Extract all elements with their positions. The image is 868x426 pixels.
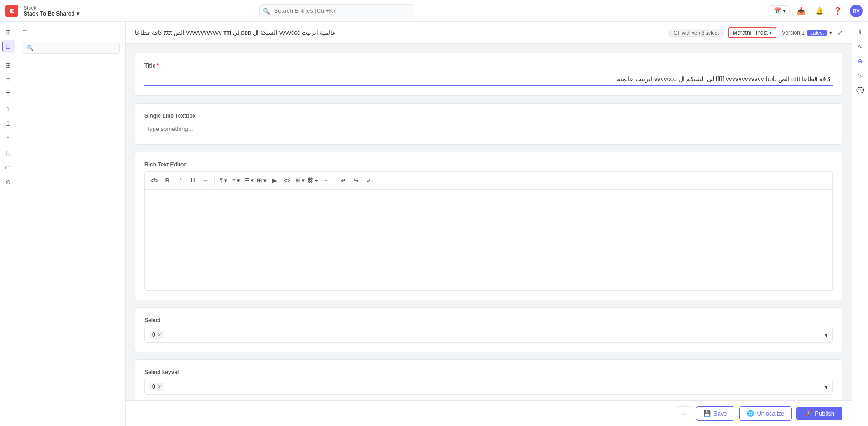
rte-embed-btn[interactable]: <> — [281, 175, 293, 187]
select-tag-remove-btn[interactable]: ✕ — [157, 332, 161, 338]
sidebar-item-upload[interactable]: ↑ — [2, 132, 15, 145]
sidebar-item-tags[interactable]: ⊘ — [2, 176, 15, 188]
rte-bold-btn[interactable]: B — [161, 175, 173, 187]
select-card: Select 0 ✕ ▾ — [135, 307, 842, 352]
select-keyval-card: Select keyval 0 ✕ ▾ — [135, 359, 842, 400]
content-area: عالمية اترنيت vvvvccc الشبكة ال bbb لى v… — [126, 22, 852, 426]
rte-card: Rich Text Editor </> B I U ··· ¶ ▾ ≡ ▾ ☰… — [135, 152, 842, 300]
stack-label: Stack — [24, 5, 79, 10]
chat-panel-btn[interactable]: 💬 — [854, 84, 867, 97]
locale-chevron-icon: ▾ — [770, 30, 772, 35]
bottom-bar: ··· 💾 Save 🌐 Unlocalize 🚀 Publish — [126, 400, 852, 426]
unlocalize-button[interactable]: 🌐 Unlocalize — [739, 406, 792, 421]
publish-button[interactable]: 🚀 Publish — [796, 407, 842, 420]
info-panel-btn[interactable]: ℹ — [854, 26, 867, 38]
search-container: 🔍 — [259, 4, 414, 17]
preview-panel-btn[interactable]: ▷ — [854, 69, 867, 82]
select-chevron-icon: ▾ — [825, 332, 828, 338]
nav-search-input[interactable]: 🔍 — [22, 42, 120, 54]
entry-header-right: CT with ven 6 select Marathi - India ▾ V… — [669, 27, 842, 38]
rte-list-btn[interactable]: ☰ ▾ — [243, 175, 255, 187]
version-chevron-icon[interactable]: ▾ — [829, 30, 832, 36]
publish-icon: 🚀 — [805, 410, 812, 417]
title-field-card: Title — [135, 53, 842, 96]
rte-undo-btn[interactable]: ↩ — [337, 175, 349, 187]
rte-italic-btn[interactable]: I — [174, 175, 186, 187]
rte-link-btn[interactable]: ⛓ ▾ — [307, 175, 318, 187]
app-logo — [5, 5, 18, 17]
locale-selector[interactable]: Marathi - India ▾ — [728, 27, 776, 38]
inbox-btn[interactable]: 📥 — [795, 5, 808, 17]
title-input[interactable] — [144, 73, 833, 86]
rte-more2-btn[interactable]: ··· — [319, 175, 331, 187]
back-btn[interactable]: ← — [22, 26, 28, 33]
entry-header-title: عالمية اترنيت vvvvccc الشبكة ال bbb لى v… — [135, 29, 336, 36]
rte-image-btn[interactable]: ⊞ ▾ — [256, 175, 267, 187]
calendar-btn[interactable]: 📅 ▾ — [770, 5, 790, 16]
save-button[interactable]: 💾 Save — [696, 406, 735, 421]
stack-dropdown-icon: ▾ — [77, 10, 79, 17]
latest-badge: Latest — [807, 30, 827, 36]
nav-search-icon: 🔍 — [27, 45, 34, 51]
ct-badge[interactable]: CT with ven 6 select — [669, 29, 723, 37]
stack-name[interactable]: Stack To Be Shared ▾ — [24, 10, 79, 17]
sidebar-item-entries[interactable]: ⊡ — [2, 40, 15, 53]
main-layout: ⊞ ⊡ ⊞ ≡ T 1 1 ↑ ⊟ ▭ ⊘ ← 🔍 عالمية اترنيت … — [0, 22, 868, 426]
entry-header: عالمية اترنيت vvvvccc الشبكة ال bbb لى v… — [126, 22, 852, 44]
rte-underline-btn[interactable]: U — [187, 175, 199, 187]
sidebar-icons: ⊞ ⊡ ⊞ ≡ T 1 1 ↑ ⊟ ▭ ⊘ — [0, 22, 16, 426]
rte-label: Rich Text Editor — [144, 161, 833, 168]
rte-divider-2 — [334, 176, 334, 185]
sidebar-item-layers[interactable]: ≡ — [2, 73, 15, 86]
save-icon: 💾 — [704, 410, 711, 417]
rte-align-btn[interactable]: ≡ ▾ — [230, 175, 242, 187]
rte-code-btn[interactable]: </> — [149, 175, 160, 187]
title-label: Title — [144, 62, 833, 69]
topbar: Stack Stack To Be Shared ▾ 🔍 📅 ▾ 📥 🔔 ❓ R… — [0, 0, 868, 22]
right-sidebar: ℹ ∿ ⊕ ▷ 💬 — [852, 22, 868, 426]
sidebar-item-content-model[interactable]: ⊞ — [2, 59, 15, 72]
stack-info: Stack Stack To Be Shared ▾ — [24, 5, 79, 17]
expand-btn[interactable]: ⤢ — [837, 29, 842, 36]
single-line-input[interactable] — [144, 123, 833, 135]
calendar-icon: 📅 — [774, 7, 781, 14]
sidebar-item-num1[interactable]: 1 — [2, 103, 15, 115]
rte-divider-1 — [214, 176, 215, 185]
single-line-label: Single Line Textbox — [144, 113, 833, 119]
rte-redo-btn[interactable]: ↪ — [350, 175, 362, 187]
sidebar-item-num2[interactable]: 1 — [2, 117, 15, 130]
select-keyval-tag-remove-btn[interactable]: ✕ — [157, 384, 161, 390]
select-keyval-label: Select keyval — [144, 369, 833, 375]
avatar[interactable]: RV — [850, 5, 863, 17]
sidebar-item-media[interactable]: ▭ — [2, 161, 15, 174]
rte-video-btn[interactable]: ▶ — [268, 175, 280, 187]
version-info: Version 1 Latest ▾ — [782, 30, 832, 36]
rte-toolbar: </> B I U ··· ¶ ▾ ≡ ▾ ☰ ▾ ⊞ ▾ ▶ <> — [145, 172, 832, 190]
notifications-btn[interactable]: 🔔 — [813, 5, 826, 17]
sidebar-item-dashboard[interactable]: ⊞ — [2, 26, 15, 38]
activity-panel-btn[interactable]: ∿ — [854, 40, 867, 53]
calendar-dropdown-icon: ▾ — [783, 7, 786, 14]
more-btn[interactable]: ··· — [677, 406, 691, 421]
left-nav: ← 🔍 — [16, 22, 126, 426]
unlocalize-icon: 🌐 — [747, 410, 754, 417]
entry-content: Title Single Line Textbox Rich Text Edit… — [126, 44, 852, 400]
single-line-card: Single Line Textbox — [135, 103, 842, 145]
select-keyval-field[interactable]: 0 ✕ ▾ — [144, 379, 833, 395]
left-nav-search: 🔍 — [16, 38, 125, 57]
rte-more1-btn[interactable]: ··· — [200, 175, 211, 187]
sidebar-item-forms[interactable]: ⊟ — [2, 146, 15, 159]
search-icon: 🔍 — [263, 7, 270, 14]
select-field[interactable]: 0 ✕ ▾ — [144, 327, 833, 343]
search-input[interactable] — [259, 4, 414, 17]
rte-table-btn[interactable]: ⊞ ▾ — [294, 175, 306, 187]
rte-paragraph-btn[interactable]: ¶ ▾ — [217, 175, 229, 187]
topbar-icons: 📅 ▾ 📥 🔔 ❓ RV — [770, 5, 863, 17]
sidebar-item-text[interactable]: T — [2, 88, 15, 101]
rte-body[interactable] — [145, 190, 832, 290]
compare-panel-btn[interactable]: ⊕ — [854, 55, 867, 68]
help-btn[interactable]: ❓ — [832, 5, 844, 17]
rte-fullscreen-btn[interactable]: ⤢ — [363, 175, 375, 187]
select-keyval-chevron-icon: ▾ — [825, 384, 828, 390]
select-keyval-tag: 0 ✕ — [149, 383, 164, 391]
